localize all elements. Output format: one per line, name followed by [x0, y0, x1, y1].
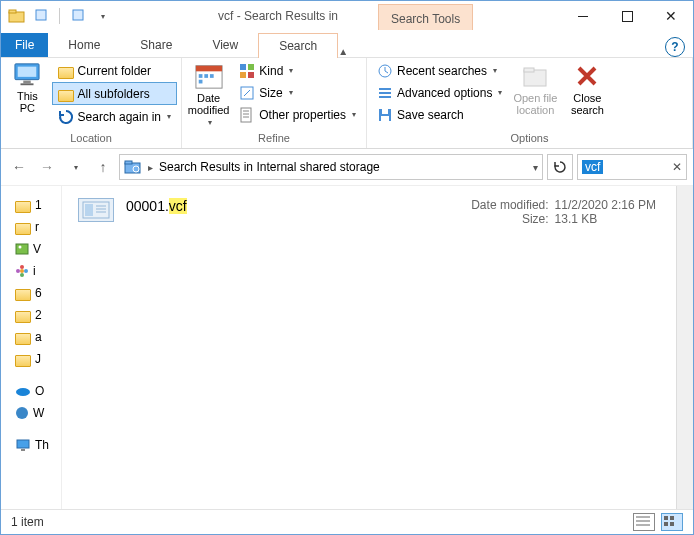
search-again-label: Search again in	[78, 110, 161, 124]
status-bar: 1 item	[1, 509, 693, 534]
collapse-ribbon-icon[interactable]: ▲	[338, 46, 348, 57]
tab-file[interactable]: File	[1, 33, 48, 57]
tree-item[interactable]: Th	[1, 434, 61, 456]
other-properties-button[interactable]: Other properties▾	[233, 104, 362, 125]
recent-searches-button[interactable]: Recent searches▾	[371, 60, 508, 81]
svg-rect-28	[382, 109, 388, 114]
tab-search[interactable]: Search	[258, 33, 338, 58]
save-search-button[interactable]: Save search	[371, 104, 508, 125]
folder-icon	[15, 289, 31, 301]
navigation-tree[interactable]: 1rVi62aJOWTh	[1, 186, 62, 509]
minimize-button[interactable]	[561, 1, 605, 31]
svg-rect-6	[24, 81, 31, 84]
help-icon[interactable]: ?	[665, 37, 685, 57]
close-icon	[573, 62, 601, 90]
search-again-button[interactable]: Search again in ▾	[52, 106, 177, 127]
separator	[59, 8, 60, 24]
tree-item[interactable]: J	[1, 348, 61, 370]
address-bar[interactable]: ▸ Search Results in Internal shared stor…	[119, 154, 543, 180]
tree-item[interactable]: i	[1, 260, 61, 282]
tree-item[interactable]: 6	[1, 282, 61, 304]
ribbon-group-options: Recent searches▾ Advanced options▾ Save …	[367, 58, 693, 148]
properties-icon[interactable]	[68, 6, 88, 26]
tree-item[interactable]: W	[1, 402, 61, 424]
pc-icon	[15, 438, 31, 452]
tree-item[interactable]: a	[1, 326, 61, 348]
current-folder-button[interactable]: Current folder	[52, 60, 177, 81]
view-toggles	[633, 513, 683, 531]
size-label: Size	[259, 86, 282, 100]
tree-item[interactable]: O	[1, 380, 61, 402]
svg-rect-3	[73, 10, 83, 20]
folder-icon	[15, 311, 31, 323]
folder-icon[interactable]	[7, 6, 27, 26]
svg-rect-10	[198, 74, 202, 78]
tab-share[interactable]: Share	[120, 33, 192, 57]
tree-item-label: a	[35, 330, 42, 344]
results-pane[interactable]: 00001.vcf Date modified:11/2/2020 2:16 P…	[62, 186, 676, 509]
tab-view[interactable]: View	[192, 33, 258, 57]
photos-icon	[15, 264, 29, 278]
folder-icon	[15, 201, 31, 213]
scrollbar[interactable]	[676, 186, 693, 509]
folder-icon	[15, 333, 31, 345]
ribbon: This PC Current folder All subfolders Se…	[1, 58, 693, 149]
advanced-options-button[interactable]: Advanced options▾	[371, 82, 508, 103]
this-pc-button[interactable]: This PC	[5, 60, 50, 130]
recent-locations-button[interactable]: ▾	[63, 155, 87, 179]
svg-rect-14	[240, 64, 246, 70]
kind-button[interactable]: Kind▾	[233, 60, 362, 81]
tree-item-label: J	[35, 352, 41, 366]
svg-point-42	[16, 388, 30, 396]
pin-icon[interactable]	[31, 6, 51, 26]
folder-icon	[58, 67, 74, 79]
folder-icon	[15, 355, 31, 367]
tab-home[interactable]: Home	[48, 33, 120, 57]
svg-rect-15	[248, 64, 254, 70]
tree-item-label: 2	[35, 308, 42, 322]
svg-rect-16	[240, 72, 246, 78]
tree-item[interactable]: r	[1, 216, 61, 238]
back-button[interactable]: ←	[7, 155, 31, 179]
quick-access-toolbar: ▾	[1, 6, 112, 26]
close-search-button[interactable]: Close search	[562, 60, 612, 130]
clock-icon	[377, 63, 393, 79]
svg-rect-29	[381, 116, 389, 121]
save-search-label: Save search	[397, 108, 464, 122]
size-icon	[239, 85, 255, 101]
svg-rect-11	[204, 74, 208, 78]
current-folder-label: Current folder	[78, 64, 151, 78]
chevron-right-icon: ▸	[148, 162, 153, 173]
svg-rect-31	[524, 68, 534, 72]
svg-point-38	[20, 265, 24, 269]
tree-item[interactable]: 1	[1, 194, 61, 216]
svg-rect-44	[17, 440, 29, 448]
chevron-down-icon[interactable]: ▾	[533, 162, 538, 173]
window-controls: ✕	[561, 1, 693, 31]
refresh-button[interactable]	[547, 154, 573, 180]
clear-search-icon[interactable]: ✕	[672, 160, 682, 174]
search-input[interactable]: vcf ✕	[577, 154, 687, 180]
monitor-icon	[12, 62, 42, 88]
maximize-button[interactable]	[605, 1, 649, 31]
svg-rect-13	[198, 80, 202, 84]
svg-point-39	[24, 269, 28, 273]
tree-item[interactable]: 2	[1, 304, 61, 326]
search-folder-icon	[124, 159, 142, 175]
icons-view-button[interactable]	[661, 513, 683, 531]
breadcrumb[interactable]: Search Results in Internal shared storag…	[159, 160, 380, 174]
chevron-down-icon[interactable]: ▾	[92, 6, 112, 26]
details-view-button[interactable]	[633, 513, 655, 531]
ribbon-group-location: This PC Current folder All subfolders Se…	[1, 58, 182, 148]
size-button[interactable]: Size▾	[233, 82, 362, 103]
file-thumbnail	[78, 198, 114, 222]
tree-item[interactable]: V	[1, 238, 61, 260]
date-modified-button[interactable]: Date modified▾	[186, 60, 231, 130]
all-subfolders-button[interactable]: All subfolders	[52, 82, 177, 105]
up-button[interactable]: ↑	[91, 155, 115, 179]
navigation-bar: ← → ▾ ↑ ▸ Search Results in Internal sha…	[1, 149, 693, 186]
svg-point-40	[20, 273, 24, 277]
date-modified-label: Date modified:	[453, 198, 549, 212]
close-window-button[interactable]: ✕	[649, 1, 693, 31]
folder-icon	[15, 223, 31, 235]
